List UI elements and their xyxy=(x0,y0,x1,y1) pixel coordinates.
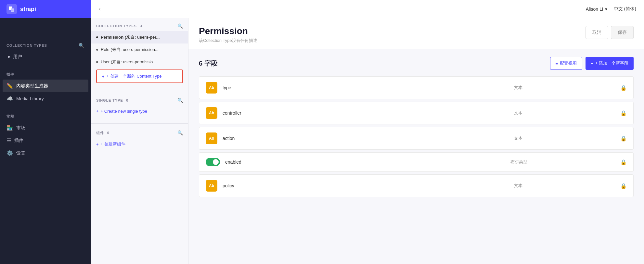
strapi-logo-icon xyxy=(6,4,17,14)
cloud-icon: ☁️ xyxy=(6,95,13,102)
collection-types-search-button[interactable]: 🔍 xyxy=(177,23,183,29)
sidebar-item-content-type-builder[interactable]: ✏️ 内容类型生成器 xyxy=(3,80,88,92)
plus-icon: + xyxy=(102,74,105,79)
create-content-type-button[interactable]: + + 创建一个新的 Content Type xyxy=(96,69,183,83)
permission-bullet xyxy=(96,36,98,38)
field-type-type: 文本 xyxy=(421,85,615,91)
sidebar-collection-section: COLLECTION TYPES 🔍 用户 xyxy=(0,36,91,66)
lock-icon-controller: 🔒 xyxy=(620,110,627,116)
panel-components-header: 组件 0 🔍 xyxy=(91,130,188,138)
main-header: ‹ Alison Li ▾ 中文 (简体) xyxy=(91,0,644,18)
components-search-button[interactable]: 🔍 xyxy=(177,130,183,135)
add-field-icon: + xyxy=(591,61,593,66)
field-badge-policy: Ab xyxy=(206,180,217,192)
user-bullet xyxy=(96,61,98,63)
fields-actions: ≡ 配置视图 + + 添加一个新字段 xyxy=(550,57,634,70)
sidebar-item-settings[interactable]: ⚙️ 设置 xyxy=(0,147,91,159)
lock-icon-policy: 🔒 xyxy=(620,183,627,189)
panel-item-role[interactable]: Role (来自: users-permission... xyxy=(91,44,188,56)
sidebar-item-plugins[interactable]: ☰ 插件 xyxy=(0,134,91,147)
back-button[interactable]: ‹ xyxy=(99,6,101,12)
sidebar-item-users[interactable]: 用户 xyxy=(0,51,91,63)
panel-item-permission[interactable]: Permission (来自: users-per... xyxy=(91,31,188,44)
logo-area: strapi xyxy=(0,0,91,18)
content-title-area: Permission 该Collection Type没有任何描述 xyxy=(199,26,257,44)
plus-single-icon: + xyxy=(96,109,99,114)
field-list: Ab type 文本 🔒 Ab controller 文本 🔒 xyxy=(199,76,634,200)
sidebar-collection-title: COLLECTION TYPES 🔍 xyxy=(0,43,91,51)
app-layout: COLLECTION TYPES 🔍 用户 插件 ✏️ 内容类型生成器 ☁️ M… xyxy=(0,18,644,264)
config-icon: ≡ xyxy=(556,61,558,66)
middle-panel: COLLECTION TYPES 3 🔍 Permission (来自: use… xyxy=(91,18,188,264)
lock-icon-type: 🔒 xyxy=(620,85,627,91)
content-actions: 取消 保存 xyxy=(586,26,634,39)
pencil-icon: ✏️ xyxy=(6,83,13,89)
field-type-policy: 文本 xyxy=(421,183,615,189)
fields-header: 6 字段 ≡ 配置视图 + + 添加一个新字段 xyxy=(199,57,634,70)
sidebar-item-media-library[interactable]: ☁️ Media Library xyxy=(0,92,91,105)
sidebar-general-section: 常规 🏪 市场 ☰ 插件 ⚙️ 设置 xyxy=(0,107,91,162)
field-type-controller: 文本 xyxy=(421,110,615,116)
logo-text: strapi xyxy=(20,6,36,13)
header-right: Alison Li ▾ 中文 (简体) xyxy=(586,6,636,12)
sidebar: COLLECTION TYPES 🔍 用户 插件 ✏️ 内容类型生成器 ☁️ M… xyxy=(0,18,91,264)
lock-icon-enabled: 🔒 xyxy=(620,159,627,165)
table-row: Ab type 文本 🔒 xyxy=(199,76,634,99)
table-row: Ab controller 文本 🔒 xyxy=(199,102,634,124)
sidebar-plugins-section: 插件 ✏️ 内容类型生成器 ☁️ Media Library xyxy=(0,66,91,107)
user-name: Alison Li xyxy=(586,6,603,12)
field-name-enabled: enabled xyxy=(225,159,418,165)
field-badge-action: Ab xyxy=(206,132,217,144)
panel-collection-section: COLLECTION TYPES 3 🔍 Permission (来自: use… xyxy=(91,18,188,90)
collection-search-icon[interactable]: 🔍 xyxy=(79,43,84,48)
config-view-button[interactable]: ≡ 配置视图 xyxy=(550,57,583,70)
table-row: Ab policy 文本 🔒 xyxy=(199,174,634,197)
market-icon: 🏪 xyxy=(6,125,13,131)
plus-component-icon: + xyxy=(96,142,99,147)
lock-icon-action: 🔒 xyxy=(620,135,627,142)
panel-single-section: SINGLE TYPE 0 🔍 + + Create new single ty… xyxy=(91,93,188,122)
field-badge-type: Ab xyxy=(206,82,217,94)
bullet-icon xyxy=(8,56,10,58)
sidebar-plugins-title: 插件 xyxy=(0,72,91,80)
table-row: Ab action 文本 🔒 xyxy=(199,127,634,150)
page-title: Permission xyxy=(199,26,257,36)
table-row: enabled 布尔类型 🔒 xyxy=(199,152,634,172)
content-header: Permission 该Collection Type没有任何描述 取消 保存 xyxy=(188,18,644,49)
fields-section: 6 字段 ≡ 配置视图 + + 添加一个新字段 Ab xyxy=(188,49,644,207)
gear-icon: ⚙️ xyxy=(6,150,13,156)
panel-collection-header: COLLECTION TYPES 3 🔍 xyxy=(91,23,188,31)
user-menu[interactable]: Alison Li ▾ xyxy=(586,6,607,12)
list-icon: ☰ xyxy=(6,137,11,144)
field-type-action: 文本 xyxy=(421,135,615,141)
sidebar-general-title: 常规 xyxy=(0,114,91,121)
field-name-action: action xyxy=(223,136,416,141)
save-button[interactable]: 保存 xyxy=(611,26,634,39)
language-selector[interactable]: 中文 (简体) xyxy=(614,6,636,12)
create-content-type-wrapper: + + 创建一个新的 Content Type xyxy=(91,69,188,83)
field-badge-enabled xyxy=(206,158,220,166)
create-single-type-link[interactable]: + + Create new single type xyxy=(91,106,188,117)
panel-item-user[interactable]: User (来自: users-permissio... xyxy=(91,56,188,68)
panel-single-header: SINGLE TYPE 0 🔍 xyxy=(91,98,188,106)
add-field-button[interactable]: + + 添加一个新字段 xyxy=(586,57,634,70)
page-subtitle: 该Collection Type没有任何描述 xyxy=(199,38,257,44)
cancel-button[interactable]: 取消 xyxy=(586,26,608,39)
role-bullet xyxy=(96,49,98,51)
field-name-type: type xyxy=(223,85,416,90)
single-type-search-button[interactable]: 🔍 xyxy=(177,98,183,103)
user-dropdown-icon: ▾ xyxy=(605,6,607,12)
panel-divider-1 xyxy=(91,91,188,91)
panel-divider-2 xyxy=(91,123,188,124)
panel-components-section: 组件 0 🔍 + + 创建新组件 xyxy=(91,125,188,156)
field-name-policy: policy xyxy=(223,183,416,188)
sidebar-item-marketplace[interactable]: 🏪 市场 xyxy=(0,121,91,134)
toggle-circle xyxy=(213,159,219,165)
header-left: ‹ xyxy=(99,6,101,12)
field-name-controller: controller xyxy=(223,110,416,116)
main-content: Permission 该Collection Type没有任何描述 取消 保存 … xyxy=(188,18,644,264)
fields-count: 6 字段 xyxy=(199,59,217,68)
field-badge-controller: Ab xyxy=(206,107,217,119)
field-type-enabled: 布尔类型 xyxy=(423,159,615,165)
create-component-link[interactable]: + + 创建新组件 xyxy=(91,138,188,150)
